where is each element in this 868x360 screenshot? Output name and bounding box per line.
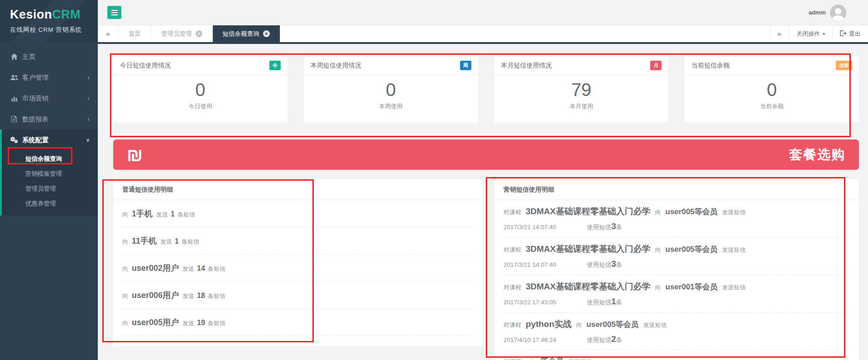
recipient-name: user005用户 (132, 318, 179, 327)
week-badge: 周 (460, 61, 471, 70)
member-name: user005等会员 (666, 207, 718, 216)
used-count: 1 (611, 297, 616, 306)
chevron-left-icon: ‹ (87, 95, 90, 102)
member-name: user005等会员 (666, 245, 718, 254)
tabs-scroll-right-button[interactable]: » (770, 25, 789, 42)
sidebar-item-label: 系统配置 (22, 136, 48, 144)
member-name: user001等会员 (666, 283, 718, 291)
brand-name-primary: Kesion (10, 8, 52, 21)
package-purchase-banner[interactable]: ₪ 套餐选购 (113, 139, 859, 170)
chevron-down-icon: ∨ (86, 137, 90, 143)
tabbar-spacer (280, 25, 770, 42)
row-course-prefix: 对课程 (504, 209, 521, 216)
chevron-left-icon: ‹ (87, 115, 90, 123)
sidebar-item-system-config[interactable]: 系统配置 ∨ (2, 130, 98, 150)
tab-home[interactable]: 首页 (119, 25, 151, 42)
stat-cards-row: 今日短信使用情况 今 0 今日使用 本周短信使用情况 周 0 本 (113, 56, 859, 122)
marketing-sms-list: 对课程3DMAX基础课程零基础入门必学向user005等会员发送短信 2017/… (494, 200, 859, 360)
report-file-icon (10, 116, 18, 122)
sidebar-item-marketing[interactable]: 市场营销 ‹ (0, 88, 98, 109)
timestamp: 2017/3/21 14:07:40 (504, 224, 571, 230)
sidebar-item-home[interactable]: 主页 (0, 46, 98, 67)
hamburger-menu-button[interactable] (107, 6, 121, 19)
used-unit: 条 (616, 336, 623, 343)
list-item: 向11手机发送1条短信 (122, 227, 473, 254)
normal-sms-panel: 普通短信使用明细 向1手机发送1条短信 向11手机发送1条短信 向user002… (113, 179, 482, 346)
card-title: 当前短信余额 (691, 62, 729, 70)
member-name: user005等会员 (586, 320, 638, 329)
today-badge: 今 (269, 61, 281, 70)
sidebar-section-system: 系统配置 ∨ 短信余额查询 营销模板管理 管理员管理 优惠券管理 (0, 130, 98, 216)
user-area[interactable]: admin (809, 0, 846, 25)
tab-admin-management[interactable]: 管理员管理 × (151, 25, 213, 42)
list-item: 向user002用户发送14条短信 (122, 254, 473, 282)
row-mid: 发送 (182, 265, 194, 272)
used-prefix: 使用短信 (587, 299, 611, 306)
close-operations-label: 关闭操作 (796, 30, 820, 38)
row-mid: 发送 (160, 238, 172, 245)
sidebar-item-reports[interactable]: 数据报表 ‹ (0, 109, 98, 130)
tabs-scroll-left-button[interactable]: « (98, 25, 119, 42)
month-badge: 月 (650, 61, 662, 70)
package-purchase-label: 套餐选购 (789, 146, 845, 164)
row-mid: 发送 (156, 211, 168, 218)
card-title: 本月短信使用情况 (501, 62, 552, 70)
timestamp: 2017/3/21 14:07:40 (504, 261, 571, 268)
sidebar-item-sms-balance[interactable]: 短信余额查询 (2, 151, 98, 166)
brand-subtitle: 在线网校 CRM 营销系统 (10, 26, 88, 34)
row-to: 向 (576, 322, 582, 328)
row-course-prefix: 对课程 (504, 246, 521, 253)
tab-sms-balance[interactable]: 短信余额查询 × (213, 25, 280, 42)
logout-icon (840, 30, 846, 38)
used-prefix: 使用短信 (587, 224, 611, 230)
used-unit: 条 (616, 261, 623, 268)
used-prefix: 使用短信 (587, 261, 611, 268)
card-label: 当前余额 (685, 102, 859, 110)
logout-button[interactable]: 退出 (832, 25, 868, 42)
list-item: 对课程python实战向user005等会员发送短信 2017/4/10 17:… (504, 313, 850, 350)
sidebar-item-admin-management[interactable]: 管理员管理 (2, 181, 98, 196)
row-send: 发送短信 (643, 322, 667, 328)
row-course-prefix: 对课程 (504, 322, 521, 328)
row-course-prefix: 对课程 (504, 358, 521, 360)
card-value: 0 (685, 80, 859, 100)
row-to: 向 (530, 358, 536, 360)
card-label: 本月使用 (494, 102, 669, 110)
stat-card-month: 本月短信使用情况 月 79 本月使用 (494, 56, 669, 122)
page-content: 今日短信使用情况 今 0 今日使用 本周短信使用情况 周 0 本 (98, 44, 868, 360)
double-chevron-right-icon: » (777, 29, 782, 38)
main-area: admin « 首页 管理员管理 × 短信余额查询 × » 关闭操作 (98, 0, 868, 360)
row-send: 发送短信 (722, 284, 746, 291)
row-prefix: 向 (122, 320, 128, 326)
used-count: 2 (611, 334, 616, 344)
sms-count: 1 (171, 210, 175, 218)
sidebar-item-coupon-management[interactable]: 优惠券管理 (2, 196, 98, 211)
home-icon (10, 53, 18, 60)
card-value: 79 (494, 80, 669, 100)
close-tab-icon[interactable]: × (196, 30, 202, 37)
caret-down-icon: ▾ (823, 31, 825, 36)
close-tab-icon[interactable]: × (263, 30, 270, 37)
tab-label: 管理员管理 (161, 30, 192, 38)
sidebar-item-customers[interactable]: 客户管理 ‹ (0, 67, 98, 88)
row-to: 向 (655, 284, 661, 291)
row-mid: 发送 (182, 320, 194, 326)
used-unit: 条 (616, 224, 623, 230)
row-prefix: 向 (122, 293, 128, 299)
course-name: python实战 (526, 319, 571, 329)
sidebar-item-label: 主页 (22, 53, 35, 61)
close-operations-dropdown[interactable]: 关闭操作 ▾ (789, 25, 832, 42)
avatar[interactable] (830, 5, 846, 21)
sidebar-item-marketing-templates[interactable]: 营销模板管理 (2, 166, 98, 181)
users-icon (10, 75, 18, 81)
normal-sms-list: 向1手机发送1条短信 向11手机发送1条短信 向user002用户发送14条短信… (113, 200, 482, 336)
used-count: 3 (611, 259, 616, 269)
row-to: 向 (655, 209, 661, 216)
row-send: 发送短信 (568, 358, 592, 360)
row-prefix: 向 (122, 238, 128, 245)
row-prefix: 向 (122, 265, 128, 272)
list-item: 向user006用户发送18条短信 (122, 282, 473, 309)
list-item: 向user005用户发送19条短信 (122, 309, 473, 336)
list-item: 向1手机发送1条短信 (122, 200, 473, 227)
sidebar-item-label: 客户管理 (22, 73, 48, 82)
